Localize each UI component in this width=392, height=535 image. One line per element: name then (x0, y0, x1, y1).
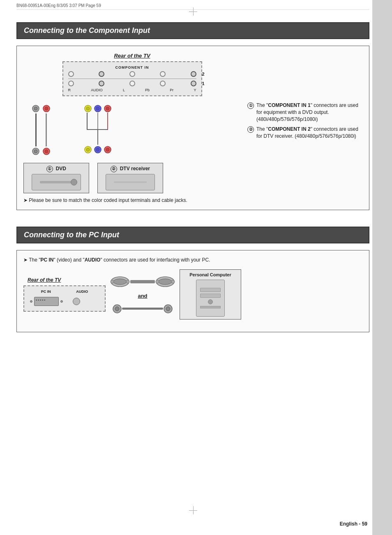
dvd-button (71, 179, 77, 185)
svg-point-21 (113, 279, 127, 285)
pc-cables-area: and (110, 276, 175, 314)
svg-point-27 (171, 280, 175, 283)
info-text-1: The "COMPONENT IN 1" connectors are used… (256, 102, 362, 123)
vga-port-group (30, 297, 63, 306)
connector-row-1: 1 (68, 81, 196, 86)
y-label: Y (194, 88, 196, 92)
personal-computer-box: Personal Computer (180, 269, 241, 320)
svg-point-31 (166, 307, 170, 311)
audio-label-row: R AUDIO L Pb Pr Y (68, 88, 196, 92)
tv-rear-panel: COMPONENT IN 2 (62, 61, 202, 96)
info-num-1: ① (247, 102, 254, 109)
dvd-number: ① (46, 166, 53, 172)
conn-b3 (129, 81, 135, 86)
conn-b1 (68, 81, 74, 86)
vga-cable-group (110, 276, 175, 288)
rca-plug-icon-4 (42, 147, 51, 155)
vga-connector-left (110, 276, 130, 288)
vga-mount-r (60, 300, 63, 303)
conn-r1 (68, 71, 74, 77)
svg-point-9 (86, 107, 90, 110)
component-diagram-box: Rear of the TV COMPONENT IN 2 (16, 46, 369, 210)
pc-in-bold: PC IN (40, 257, 53, 263)
dtv-cable-group (83, 104, 112, 155)
vga-connector-right (155, 276, 175, 288)
info-item-2: ② The "COMPONENT IN 2" connectors are us… (247, 126, 362, 140)
svg-point-17 (96, 148, 99, 151)
pc-diagram-box: The "PC IN" (video) and "AUDIO" connecto… (16, 250, 369, 332)
page-footer: English - 59 (340, 521, 367, 527)
dvd-wire-1 (35, 113, 37, 146)
svg-point-7 (45, 150, 48, 153)
conn-b5 (191, 81, 196, 86)
conn-b4 (160, 81, 166, 86)
dvd-slot (40, 181, 73, 183)
svg-point-19 (106, 148, 109, 151)
svg-point-15 (86, 148, 90, 151)
info-item-1: ① The "COMPONENT IN 1" connectors are us… (247, 102, 362, 123)
audio-bold: AUDIO (85, 257, 101, 263)
component-in-label: COMPONENT IN (68, 65, 196, 69)
vga-mount-l (30, 300, 32, 303)
wire-y (87, 113, 88, 129)
info-num-2: ② (247, 126, 254, 133)
section2-title: Connecting to the PC Input (16, 227, 369, 243)
gray-sidebar (372, 0, 392, 535)
dvd-cable-group (32, 104, 51, 155)
pr-label: Pr (170, 88, 173, 92)
and-label: and (138, 293, 147, 299)
dtv-number: ② (111, 166, 117, 172)
dvd-top-plugs (32, 104, 51, 113)
pc-cd-slot (200, 306, 221, 308)
svg-point-13 (106, 107, 109, 110)
rca-plug-icon-3 (32, 147, 40, 155)
dtv-name: DTV receiver (120, 166, 150, 171)
rca-pr-bot (104, 146, 112, 154)
pc-power-button (208, 299, 213, 304)
svg-point-23 (126, 280, 129, 283)
pc-tower-illustration (196, 280, 225, 317)
dtv-device: ② DTV receiver (97, 163, 163, 193)
right-info: ① The "COMPONENT IN 1" connectors are us… (247, 53, 362, 203)
pc-drive-1 (200, 288, 221, 292)
conn-r4 (160, 71, 166, 77)
rca-pr-top (104, 104, 112, 113)
pc-tv-area: Rear of the TV PC IN AUDIO (23, 277, 106, 312)
pc-note: The "PC IN" (video) and "AUDIO" connecto… (23, 257, 362, 263)
rca-plug-icon-1 (32, 104, 40, 113)
svg-point-25 (159, 279, 172, 285)
svg-point-26 (156, 280, 159, 283)
dvd-device: ① DVD (23, 163, 89, 193)
dtv-label: ② DTV receiver (111, 166, 150, 172)
dvd-body (32, 174, 81, 190)
dtv-wire-body (83, 113, 112, 146)
row1-label: 1 (202, 81, 204, 86)
dtv-display (114, 181, 147, 183)
svg-point-29 (115, 307, 119, 311)
rca-y-bot (84, 146, 92, 154)
dvd-bottom-plugs (32, 147, 51, 155)
rca-pb-bot (94, 146, 102, 154)
audio-r-label: R (68, 88, 71, 92)
row2-label: 2 (202, 72, 204, 76)
vga-wire (130, 280, 155, 283)
wire-pr (107, 113, 108, 129)
devices-row: ① DVD ② DTV receiver (23, 163, 241, 193)
component-diagram-layout: Rear of the TV COMPONENT IN 2 (23, 53, 362, 203)
pc-in-panel-label: PC IN (41, 290, 51, 294)
audio-cable-group (112, 304, 173, 314)
audio-l-label: L (123, 88, 125, 92)
rca-y-top (84, 104, 92, 113)
row-divider (68, 79, 196, 79)
audio-jack-right (163, 304, 173, 314)
component-note: Please be sure to match the color coded … (23, 197, 241, 203)
dvd-label: ① DVD (46, 166, 66, 172)
conn-r3 (129, 71, 135, 77)
pc-connector-row (28, 295, 101, 308)
conn-r5 (191, 71, 196, 77)
vga-port (34, 297, 59, 306)
svg-point-3 (45, 107, 48, 110)
conn-b2 (99, 81, 104, 86)
pb-label: Pb (145, 88, 150, 92)
conn-r2 (99, 71, 104, 77)
